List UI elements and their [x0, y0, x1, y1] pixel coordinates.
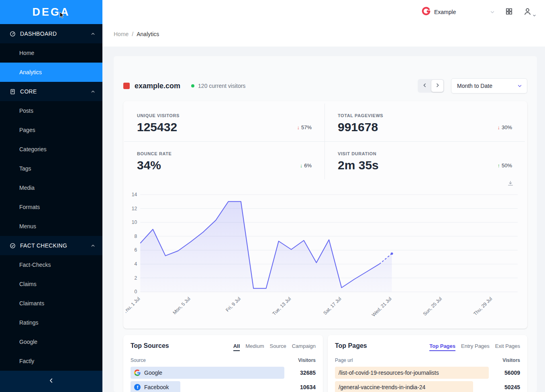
- svg-text:12: 12: [132, 206, 137, 211]
- sidebar-item-factly[interactable]: Factly: [0, 351, 102, 371]
- svg-text:Wed, 21 Jul: Wed, 21 Jul: [371, 296, 393, 318]
- sidebar-item-tags[interactable]: Tags: [0, 159, 102, 178]
- arrow-down-icon: ↓: [497, 124, 500, 130]
- user-menu-button[interactable]: [523, 7, 536, 17]
- sidebar-item-pages[interactable]: Pages: [0, 120, 102, 140]
- svg-text:0: 0: [134, 289, 137, 295]
- app-root: DEGA DASHBOARDHomeAnalyticsCOREPostsPage…: [0, 0, 545, 392]
- chevron-down-icon: [490, 10, 495, 14]
- page-row[interactable]: /general-vaccine-trends-in-india-2450245: [335, 381, 520, 392]
- sidebar-item-posts[interactable]: Posts: [0, 101, 102, 120]
- top-sources-title: Top Sources: [131, 342, 169, 349]
- org-selector[interactable]: Example: [422, 7, 495, 17]
- user-icon: [523, 7, 532, 17]
- date-range-select[interactable]: Month to Date: [451, 78, 527, 93]
- arrow-down-icon: ↓: [297, 124, 300, 130]
- breadcrumb: Home/Analytics: [102, 24, 545, 47]
- svg-text:Tue, 13 Jul: Tue, 13 Jul: [271, 296, 292, 317]
- live-indicator-dot: [191, 84, 194, 87]
- sidebar-section-core[interactable]: CORE: [0, 82, 102, 101]
- row-visitors: 32685: [290, 370, 316, 376]
- chevron-left-icon: [48, 378, 54, 385]
- sidebar-item-google[interactable]: Google: [0, 332, 102, 351]
- svg-text:8: 8: [134, 234, 137, 239]
- content-area: example.com 120 current visitors: [102, 47, 545, 392]
- stat-value: 125432: [137, 120, 177, 134]
- site-domain: example.com: [135, 82, 180, 90]
- sidebar-item-menus[interactable]: Menus: [0, 217, 102, 236]
- row-label: /general-vaccine-trends-in-india-24: [335, 381, 489, 392]
- appstore-grid-icon: [505, 8, 513, 16]
- arrow-up-icon: ↑: [497, 162, 500, 169]
- google-icon: [134, 370, 141, 376]
- top-sources-rows: Google32685fFacebook10634: [131, 367, 316, 392]
- row-visitors: 50245: [494, 384, 520, 390]
- column-page-url: Page url: [335, 357, 353, 363]
- chevron-left-icon: [422, 83, 427, 89]
- breadcrumb-current: Analytics: [137, 31, 159, 37]
- sidebar-section-label: DASHBOARD: [20, 30, 91, 37]
- sidebar-item-claimants[interactable]: Claimants: [0, 294, 102, 313]
- next-period-button[interactable]: [431, 80, 443, 92]
- tab-all[interactable]: All: [233, 343, 240, 351]
- apps-grid-button[interactable]: [505, 8, 513, 16]
- topbar: Example: [102, 0, 545, 24]
- stat-bounce-rate: BOUNCE RATE34%↓6%: [124, 142, 325, 179]
- column-visitors: Visitors: [298, 357, 316, 363]
- stat-change: ↑50%: [497, 162, 512, 169]
- page-row[interactable]: /list-of-covid-19-resources-for-journali…: [335, 367, 520, 379]
- sidebar-section-fact-checking[interactable]: FACT CHECKING: [0, 236, 102, 255]
- tab-entry-pages[interactable]: Entry Pages: [461, 343, 490, 351]
- facebook-icon: f: [134, 384, 141, 390]
- source-row[interactable]: Google32685: [131, 367, 316, 379]
- stat-label: TOTAL PAGEVIEWS: [338, 113, 512, 118]
- date-nav-group: [418, 79, 444, 93]
- stat-change: ↓6%: [300, 162, 312, 169]
- sidebar-item-ratings[interactable]: Ratings: [0, 313, 102, 332]
- stat-unique-visitors: UNIQUE VISITORS125432↓57%: [124, 104, 325, 142]
- tab-source[interactable]: Source: [270, 343, 286, 351]
- prev-period-button[interactable]: [418, 80, 431, 92]
- core-icon: [10, 89, 16, 95]
- chevron-up-icon: [91, 32, 95, 36]
- source-row[interactable]: fFacebook10634: [131, 381, 316, 392]
- top-pages-tabs: Top PagesEntry PagesExit Pages: [429, 343, 520, 351]
- sidebar-section-dashboard[interactable]: DASHBOARD: [0, 24, 102, 43]
- svg-text:6: 6: [134, 248, 137, 253]
- row-visitors: 10634: [290, 384, 316, 390]
- check-circle-icon: [10, 243, 16, 249]
- org-name: Example: [434, 9, 456, 15]
- row-visitors: 56009: [494, 370, 520, 376]
- chevron-down-icon: [533, 14, 536, 17]
- visitors-chart-container: 02468101214Thu, 1 JulMon, 5 JulFri, 9 Ju…: [124, 188, 525, 323]
- current-visitors-label: 120 current visitors: [198, 83, 245, 89]
- svg-text:Sun, 25 Jul: Sun, 25 Jul: [422, 296, 443, 317]
- chevron-down-icon: [517, 83, 522, 88]
- sidebar: DEGA DASHBOARDHomeAnalyticsCOREPostsPage…: [0, 0, 102, 392]
- sidebar-item-categories[interactable]: Categories: [0, 140, 102, 159]
- cursor-icon: [59, 12, 65, 20]
- sidebar-section-label: CORE: [20, 88, 91, 95]
- visitors-line-chart: 02468101214Thu, 1 JulMon, 5 JulFri, 9 Ju…: [126, 189, 523, 321]
- svg-text:Sat, 17 Jul: Sat, 17 Jul: [322, 296, 342, 316]
- sidebar-collapse-button[interactable]: [0, 371, 102, 392]
- tab-top-pages[interactable]: Top Pages: [429, 343, 455, 351]
- sidebar-item-fact-checks[interactable]: Fact-Checks: [0, 255, 102, 274]
- sidebar-item-claims[interactable]: Claims: [0, 274, 102, 294]
- tab-exit-pages[interactable]: Exit Pages: [495, 343, 520, 351]
- tab-medium[interactable]: Medium: [245, 343, 264, 351]
- sidebar-item-home[interactable]: Home: [0, 43, 102, 63]
- tab-campaign[interactable]: Campaign: [292, 343, 316, 351]
- stat-total-pageviews: TOTAL PAGEVIEWS991678↓30%: [325, 104, 525, 142]
- org-logo-icon: [422, 7, 431, 17]
- stats-grid: UNIQUE VISITORS125432↓57%TOTAL PAGEVIEWS…: [124, 104, 525, 179]
- breadcrumb-home[interactable]: Home: [114, 31, 129, 37]
- top-sources-tabs: AllMediumSourceCampaign: [233, 343, 316, 351]
- app-logo[interactable]: DEGA: [0, 0, 102, 24]
- row-label: /list-of-covid-19-resources-for-journali…: [335, 367, 489, 379]
- sidebar-item-formats[interactable]: Formats: [0, 197, 102, 217]
- sidebar-item-analytics[interactable]: Analytics: [0, 63, 102, 82]
- download-icon[interactable]: [507, 180, 514, 188]
- sidebar-item-media[interactable]: Media: [0, 178, 102, 197]
- svg-text:14: 14: [132, 192, 137, 197]
